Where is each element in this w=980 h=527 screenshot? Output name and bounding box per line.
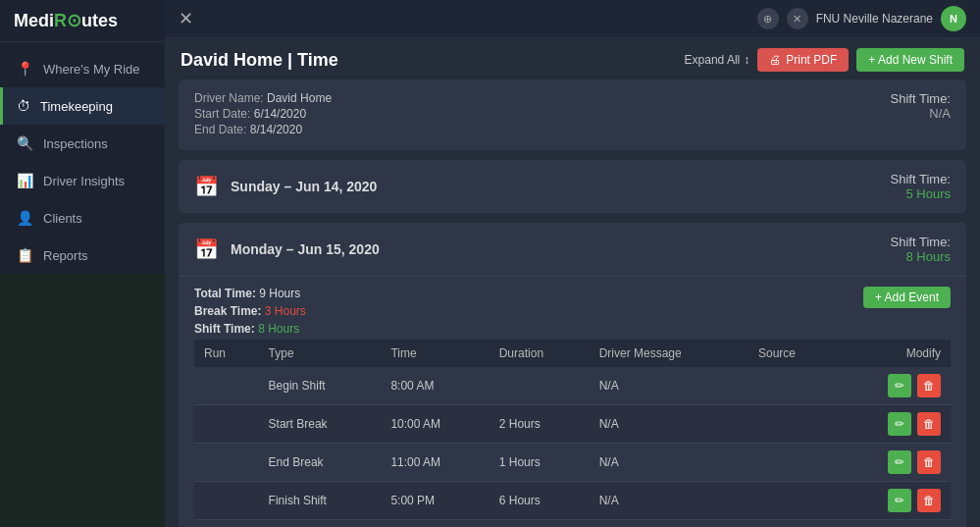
cell-duration: 2 Hours (490, 405, 590, 444)
content-area: Driver Name: David Home Start Date: 6/14… (165, 79, 980, 527)
settings-icon[interactable]: ✕ (787, 8, 808, 29)
delete-button[interactable]: 🗑 (917, 412, 941, 436)
sidebar-item-inspections[interactable]: 🔍 Inspections (0, 125, 165, 162)
timekeeping-icon: ⏱ (17, 98, 30, 114)
shift-time-label: Shift Time: (891, 235, 951, 249)
day-card-left: 📅 Monday – Jun 15, 2020 (194, 237, 380, 261)
edit-button[interactable]: ✏ (888, 374, 911, 397)
close-button[interactable]: ✕ (179, 8, 193, 29)
navigation-icon[interactable]: ⊕ (757, 8, 779, 29)
cell-modify: ✏ 🗑 (838, 482, 952, 520)
delete-button[interactable]: 🗑 (917, 450, 941, 474)
summary-details: Total Time: 9 Hours Break Time: 3 Hours … (194, 287, 306, 340)
sidebar-item-label: Inspections (43, 136, 108, 151)
expand-all-button[interactable]: Expand All ↕ (685, 53, 750, 67)
logo-text: MediR⊙utes (14, 10, 151, 31)
shift-time-label: Shift Time: (194, 322, 255, 336)
shift-time-info: Shift Time: N/A (891, 91, 951, 121)
clients-icon: 👤 (17, 210, 33, 226)
shift-time-label: Shift Time: (891, 172, 951, 186)
col-type: Type (259, 340, 382, 367)
cell-duration: 1 Hours (490, 444, 590, 482)
day-label: Sunday – Jun 14, 2020 (231, 179, 377, 194)
location-icon: 📍 (17, 61, 33, 77)
summary-row: Total Time: 9 Hours Break Time: 3 Hours … (194, 287, 951, 340)
inspection-icon: 🔍 (17, 135, 33, 151)
total-time-value: 9 Hours (259, 287, 300, 300)
reports-icon: 📋 (17, 247, 33, 263)
main-content: ✕ ⊕ ✕ FNU Neville Nazerane N David Home … (165, 0, 980, 527)
shift-time-line: Shift Time: 8 Hours (194, 322, 306, 336)
day-shift-time: Shift Time: 5 Hours (891, 172, 951, 201)
break-time-label: Break Time: (194, 304, 261, 318)
calendar-icon: 📅 (194, 237, 219, 261)
col-duration: Duration (490, 340, 590, 367)
sidebar-item-label: Where's My Ride (43, 62, 140, 77)
cell-source (748, 444, 838, 482)
total-time-label: Total Time: (194, 287, 256, 300)
sidebar-item-timekeeping[interactable]: ⏱ Timekeeping (0, 87, 165, 125)
driver-info-row: Driver Name: David Home Start Date: 6/14… (194, 91, 951, 138)
add-new-shift-button[interactable]: + Add New Shift (856, 48, 964, 72)
shift-time-label: Shift Time: (891, 91, 951, 106)
header-actions: Expand All ↕ 🖨 Print PDF + Add New Shift (685, 48, 964, 72)
delete-button[interactable]: 🗑 (917, 374, 941, 397)
shift-time-value: 8 Hours (905, 249, 951, 264)
avatar[interactable]: N (941, 6, 966, 31)
cell-type: Start Break (259, 405, 382, 444)
edit-button[interactable]: ✏ (888, 412, 911, 436)
day-section-monday: 📅 Monday – Jun 15, 2020 Shift Time: 8 Ho… (179, 223, 966, 527)
events-table: Run Type Time Duration Driver Message So… (194, 340, 951, 520)
logo: MediR⊙utes (0, 0, 165, 42)
sidebar: MediR⊙utes 📍 Where's My Ride ⏱ Timekeepi… (0, 0, 165, 527)
cell-source (748, 405, 838, 444)
day-shift-time: Shift Time: 8 Hours (891, 235, 951, 264)
end-date-label: End Date: (194, 123, 246, 136)
day-card-sunday[interactable]: 📅 Sunday – Jun 14, 2020 Shift Time: 5 Ho… (179, 160, 966, 213)
end-date-value: 8/14/2020 (250, 123, 302, 136)
day-card-left: 📅 Sunday – Jun 14, 2020 (194, 175, 377, 198)
col-source: Source (748, 340, 838, 367)
day-card-monday[interactable]: 📅 Monday – Jun 15, 2020 Shift Time: 8 Ho… (179, 223, 966, 276)
cell-modify: ✏ 🗑 (838, 367, 952, 405)
sidebar-navigation: 📍 Where's My Ride ⏱ Timekeeping 🔍 Inspec… (0, 42, 165, 274)
break-time-line: Break Time: 3 Hours (194, 304, 306, 318)
add-event-button[interactable]: + Add Event (863, 287, 951, 308)
sidebar-item-clients[interactable]: 👤 Clients (0, 199, 165, 237)
cell-time: 10:00 AM (381, 405, 489, 444)
edit-button[interactable]: ✏ (888, 489, 911, 512)
cell-modify: ✏ 🗑 (838, 405, 952, 444)
cell-duration: 6 Hours (490, 482, 590, 520)
cell-run (194, 367, 259, 405)
cell-driver-message: N/A (590, 367, 748, 405)
monday-detail-panel: Total Time: 9 Hours Break Time: 3 Hours … (179, 276, 966, 527)
cell-run (194, 482, 259, 520)
cell-source (748, 367, 838, 405)
sidebar-item-wheres-my-ride[interactable]: 📍 Where's My Ride (0, 50, 165, 87)
day-label: Monday – Jun 15, 2020 (231, 241, 380, 257)
print-pdf-label: Print PDF (786, 53, 837, 67)
day-section-sunday: 📅 Sunday – Jun 14, 2020 Shift Time: 5 Ho… (179, 160, 966, 213)
topbar-right: ⊕ ✕ FNU Neville Nazerane N (757, 6, 966, 31)
start-date-label: Start Date: (194, 107, 250, 121)
col-modify: Modify (838, 340, 952, 367)
shift-time-value: 8 Hours (258, 322, 299, 336)
end-date-line: End Date: 8/14/2020 (194, 123, 332, 136)
shift-time-value: 5 Hours (905, 186, 951, 201)
topbar: ✕ ⊕ ✕ FNU Neville Nazerane N (165, 0, 980, 38)
cell-driver-message: N/A (590, 405, 748, 444)
col-driver-message: Driver Message (590, 340, 748, 367)
start-date-value: 6/14/2020 (254, 107, 306, 121)
sidebar-item-driver-insights[interactable]: 📊 Driver Insights (0, 162, 165, 199)
edit-button[interactable]: ✏ (888, 450, 911, 474)
cell-time: 5:00 PM (381, 482, 489, 520)
delete-button[interactable]: 🗑 (917, 489, 941, 512)
print-icon: 🖨 (769, 53, 781, 67)
cell-modify: ✏ 🗑 (838, 444, 952, 482)
cell-duration (490, 367, 590, 405)
print-pdf-button[interactable]: 🖨 Print PDF (757, 48, 849, 72)
sidebar-item-reports[interactable]: 📋 Reports (0, 237, 165, 274)
shift-time-value: N/A (929, 106, 951, 121)
break-time-value: 3 Hours (265, 304, 306, 318)
add-event-action: + Add Event (863, 287, 951, 308)
